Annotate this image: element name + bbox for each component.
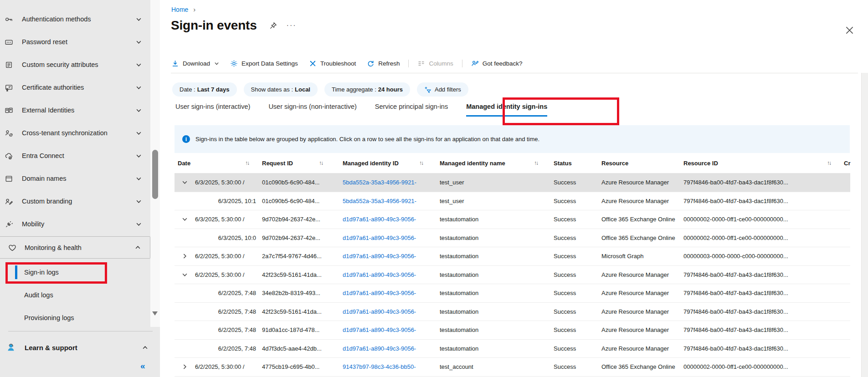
filter-pill-1[interactable]: Show dates as :Local [244, 82, 318, 97]
resource-cell: Azure Resource Manager [601, 284, 669, 302]
info-banner: Sign-ins in the table below are grouped … [175, 125, 850, 153]
table-row[interactable]: 6/3/2025, 10:101c090b5-6c90-484...5bda55… [175, 192, 850, 211]
pin-icon[interactable] [269, 21, 277, 30]
sidebar-scrollbar-thumb[interactable] [152, 150, 158, 199]
refresh-button[interactable]: Refresh [361, 60, 405, 67]
sidebar-scrollbar[interactable] [150, 0, 160, 327]
page-scrollbar[interactable] [861, 73, 868, 377]
managed-identity-name-cell: test_account [440, 358, 473, 376]
add-filter-icon [424, 86, 431, 93]
chevron-down-expand-icon[interactable] [182, 266, 188, 284]
status-cell: Success [554, 210, 576, 229]
breadcrumb-home-link[interactable]: Home [171, 6, 188, 13]
sidebar-item-label: Certificate authorities [22, 84, 136, 91]
chevron-down-expand-icon[interactable] [182, 210, 188, 229]
scroll-down-arrow-icon[interactable] [152, 311, 158, 316]
filter-pills: Date :Last 7 daysShow dates as :LocalTim… [172, 82, 468, 97]
sidebar-item-sign-in-logs[interactable]: Sign-in logs [0, 261, 149, 284]
sidebar-item-certificate-authorities[interactable]: Certificate authorities [0, 76, 149, 99]
sidebar-item-entra-connect[interactable]: Entra Connect [0, 144, 149, 167]
sidebar-item-label: Entra Connect [22, 152, 136, 159]
chevron-down-expand-icon[interactable] [182, 173, 188, 192]
managed-identity-id-link[interactable]: d1d97a61-a890-49c3-9056- [343, 340, 416, 358]
sidebar-item-authentication-methods[interactable]: Authentication methods [0, 8, 149, 31]
managed-identity-id-link[interactable]: d1d97a61-a890-49c3-9056- [343, 266, 416, 284]
table-row[interactable]: 6/3/2025, 10:09d702b94-2637-42e...d1d97a… [175, 229, 850, 248]
got-feedback-icon [471, 60, 479, 67]
table-row[interactable]: 6/2/2025, 5:30:00 /42f23c59-5161-41da...… [175, 266, 850, 285]
table-row[interactable]: 6/2/2025, 5:30:00 /2a7c7f54-9767-4d46...… [175, 247, 850, 266]
sidebar-item-label: Learn & support [25, 344, 142, 352]
breadcrumb-separator-icon [193, 5, 195, 13]
troubleshoot-button[interactable]: Troubleshoot [303, 60, 361, 67]
resource-cell: Azure Resource Manager [601, 340, 669, 358]
managed-identity-id-link[interactable]: d1d97a61-a890-49c3-9056- [343, 210, 416, 229]
tab-bar: User sign-ins (interactive)User sign-ins… [175, 103, 547, 117]
table-row[interactable]: 6/2/2025, 7:4842f23c59-5161-41da...d1d97… [175, 303, 850, 321]
got-feedback-button[interactable]: Got feedback? [466, 60, 528, 67]
table-row[interactable]: 6/2/2025, 7:484d7f3dc5-aae4-42db...d1d97… [175, 340, 850, 358]
export-data-settings-button[interactable]: Export Data Settings [225, 60, 303, 67]
resource-id-cell: 797f4846-ba00-4fd7-ba43-dac1f8f630... [683, 284, 788, 302]
table-row[interactable]: 6/2/2025, 7:4891d0a1cc-187d-478...d1d97a… [175, 321, 850, 340]
more-options-button[interactable] [287, 21, 297, 30]
managed-identity-id-link[interactable]: 91437b97-98c3-4c36-bb50- [343, 358, 416, 376]
toolbar: DownloadExport Data SettingsTroubleshoot… [171, 55, 528, 72]
managed-identity-id-link[interactable]: d1d97a61-a890-49c3-9056- [343, 247, 416, 265]
column-header-managed-identity-name[interactable]: Managed identity name [440, 153, 505, 173]
sidebar-item-learn-support[interactable]: Learn & support [0, 336, 160, 359]
filter-pill-0[interactable]: Date :Last 7 days [172, 82, 237, 97]
chevron-right-expand-icon[interactable] [182, 247, 188, 265]
table-row[interactable]: 6/2/2025, 5:30:00 /4775cb19-c695-4b0...9… [175, 358, 850, 377]
sidebar-item-mobility[interactable]: Mobility [0, 213, 149, 235]
sort-arrows-icon[interactable] [319, 153, 323, 173]
sort-arrows-icon[interactable] [245, 153, 249, 173]
column-header-status: Status [554, 153, 572, 173]
sidebar-item-custom-security-attributes[interactable]: Custom security attributes [0, 53, 149, 76]
columns-button[interactable]: Columns [412, 60, 458, 67]
managed-identity-id-link[interactable]: d1d97a61-a890-49c3-9056- [343, 321, 416, 339]
managed-identity-id-link[interactable]: 5bda552a-35a3-4956-9921- [343, 173, 416, 192]
tab-user-sign-ins-non-interactive-[interactable]: User sign-ins (non-interactive) [268, 103, 356, 117]
sidebar-item-audit-logs[interactable]: Audit logs [0, 284, 149, 306]
column-header-cr: Cr [844, 153, 850, 173]
download-button[interactable]: Download [171, 60, 225, 67]
column-header-request-id[interactable]: Request ID [262, 153, 293, 173]
date-cell: 6/2/2025, 7:48 [195, 340, 256, 358]
resource-id-cell: 797f4846-ba00-4fd7-ba43-dac1f8f630... [683, 173, 788, 192]
tab-managed-identity-sign-ins[interactable]: Managed identity sign-ins [466, 103, 547, 117]
sidebar-item-custom-branding[interactable]: Custom branding [0, 190, 149, 213]
sidebar-item-external-identities[interactable]: External Identities [0, 99, 149, 122]
refresh-label: Refresh [378, 60, 400, 67]
date-cell: 6/2/2025, 5:30:00 / [195, 266, 256, 284]
column-header-managed-identity-id[interactable]: Managed identity ID [343, 153, 399, 173]
sort-arrows-icon[interactable] [534, 153, 538, 173]
chevron-down-icon [214, 61, 219, 66]
sidebar-item-domain-names[interactable]: Domain names [0, 167, 149, 190]
chevron-right-expand-icon[interactable] [182, 358, 188, 376]
sidebar-item-password-reset[interactable]: Password reset [0, 31, 149, 53]
column-header-resource-id[interactable]: Resource ID [683, 153, 718, 173]
add-filters-button[interactable]: Add filters [417, 82, 468, 97]
sidebar-collapse-button[interactable] [140, 361, 145, 371]
column-header-date[interactable]: Date [178, 153, 190, 173]
managed-identity-id-link[interactable]: d1d97a61-a890-49c3-9056- [343, 229, 416, 247]
sort-arrows-icon[interactable] [827, 153, 831, 173]
managed-identity-id-link[interactable]: d1d97a61-a890-49c3-9056- [343, 284, 416, 302]
tab-service-principal-sign-ins[interactable]: Service principal sign-ins [375, 103, 448, 117]
tab-user-sign-ins-interactive-[interactable]: User sign-ins (interactive) [175, 103, 250, 117]
sidebar-item-cross-tenant-synchronization[interactable]: Cross-tenant synchronization [0, 122, 149, 144]
sidebar-item-monitoring-health[interactable]: Monitoring & health [0, 236, 150, 259]
status-cell: Success [554, 284, 576, 302]
filter-pill-2[interactable]: Time aggregate :24 hours [324, 82, 410, 97]
sidebar-item-provisioning-logs[interactable]: Provisioning logs [0, 306, 149, 329]
sidebar-item-groups[interactable]: Groups [0, 0, 149, 8]
managed-identity-id-link[interactable]: 5bda552a-35a3-4956-9921- [343, 192, 416, 210]
status-cell: Success [554, 321, 576, 339]
close-icon[interactable] [845, 25, 854, 35]
table-row[interactable]: 6/2/2025, 7:4834e82b2b-8319-493...d1d97a… [175, 284, 850, 303]
sort-arrows-icon[interactable] [419, 153, 423, 173]
table-row[interactable]: 6/3/2025, 5:30:00 /9d702b94-2637-42e...d… [175, 210, 850, 229]
managed-identity-id-link[interactable]: d1d97a61-a890-49c3-9056- [343, 303, 416, 321]
table-row[interactable]: 6/3/2025, 5:30:00 /01c090b5-6c90-484...5… [175, 173, 850, 192]
